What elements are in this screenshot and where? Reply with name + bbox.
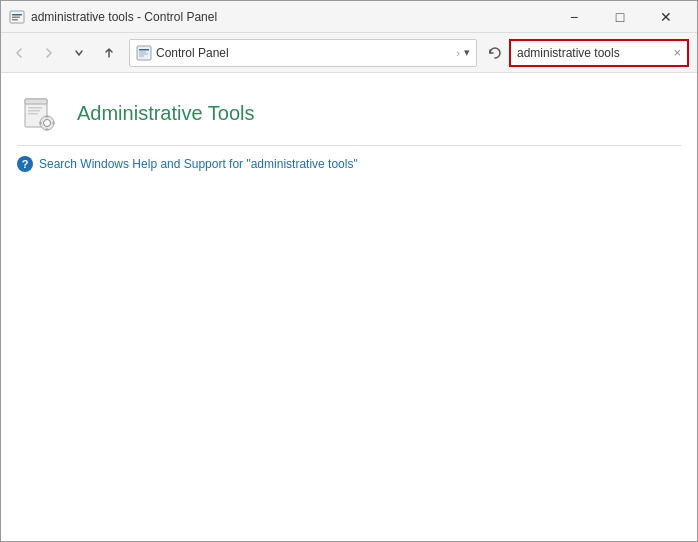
svg-rect-3 — [12, 19, 18, 21]
address-bar[interactable]: Control Panel › ▾ — [129, 39, 477, 67]
svg-rect-1 — [12, 14, 22, 16]
help-link-area: ? Search Windows Help and Support for "a… — [1, 146, 697, 182]
title-bar-text: administrative tools - Control Panel — [31, 10, 551, 24]
address-separator: › — [456, 47, 460, 59]
title-bar-controls: − □ ✕ — [551, 1, 689, 33]
folder-title: Administrative Tools — [77, 102, 254, 125]
folder-header: Administrative Tools — [1, 73, 697, 145]
svg-rect-7 — [139, 53, 148, 54]
help-link[interactable]: Search Windows Help and Support for "adm… — [39, 157, 358, 171]
address-icon — [136, 45, 152, 61]
svg-rect-5 — [139, 49, 149, 51]
address-control-panel: Control Panel — [156, 46, 452, 60]
svg-rect-10 — [25, 99, 47, 104]
nav-dropdown-button[interactable] — [65, 39, 93, 67]
search-input[interactable] — [517, 46, 669, 60]
close-button[interactable]: ✕ — [643, 1, 689, 33]
folder-icon-area — [17, 89, 65, 137]
svg-rect-17 — [46, 129, 49, 131]
search-clear-button[interactable]: × — [673, 45, 681, 60]
minimize-button[interactable]: − — [551, 1, 597, 33]
up-button[interactable] — [95, 39, 123, 67]
refresh-button[interactable] — [483, 41, 507, 65]
forward-button[interactable] — [35, 39, 63, 67]
svg-rect-8 — [139, 55, 144, 56]
window: administrative tools - Control Panel − □… — [0, 0, 698, 542]
content-area: Administrative Tools ? Search Windows He… — [1, 73, 697, 541]
svg-rect-11 — [28, 107, 42, 109]
address-chevron[interactable]: ▾ — [464, 46, 470, 59]
nav-bar: Control Panel › ▾ × — [1, 33, 697, 73]
search-box: × — [509, 39, 689, 67]
help-icon: ? — [17, 156, 33, 172]
svg-rect-13 — [28, 113, 38, 115]
svg-rect-2 — [12, 16, 20, 18]
title-bar-icon — [9, 9, 25, 25]
svg-rect-18 — [40, 122, 42, 125]
back-button[interactable] — [5, 39, 33, 67]
title-bar: administrative tools - Control Panel − □… — [1, 1, 697, 33]
svg-rect-19 — [53, 122, 55, 125]
svg-rect-16 — [46, 116, 49, 118]
svg-point-15 — [44, 120, 51, 127]
svg-rect-4 — [137, 46, 151, 60]
maximize-button[interactable]: □ — [597, 1, 643, 33]
svg-rect-6 — [139, 51, 146, 52]
svg-rect-12 — [28, 110, 40, 112]
